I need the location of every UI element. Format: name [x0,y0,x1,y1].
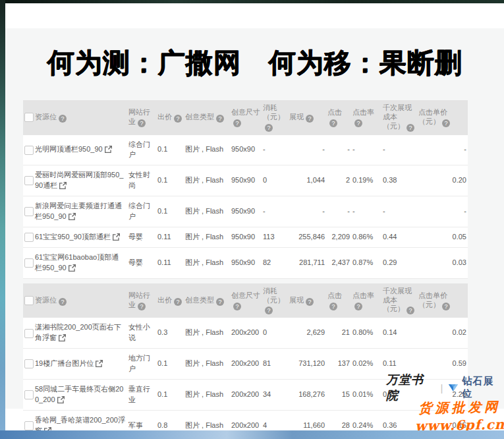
help-icon[interactable]: ? [354,119,362,127]
row-checkbox[interactable] [24,233,34,242]
cell-cost: - [262,135,288,165]
help-icon[interactable]: ? [306,298,314,306]
value-ctr: 0.01% [352,390,373,398]
external-link-icon[interactable] [69,264,76,272]
value-cpc: 0.03 [453,258,466,266]
cell-cpc: - [417,135,468,165]
value-ctype: 图片 , Flash [185,145,223,153]
help-icon[interactable]: ? [59,115,67,123]
page-title: 何为测：广撒网 何为移：果断删 [5,47,504,79]
table-row: 潇湘书院200_200页面右下角浮窗女性小说0.3图片 , Flash200x2… [23,318,468,348]
row-checkbox[interactable] [24,176,34,185]
value-cpm: 0.14 [383,328,397,336]
cell-cpc: 0.02 [417,318,468,348]
value-ctr: 0.19% [352,176,373,184]
column-label: 资源位 [35,296,57,304]
help-icon[interactable]: ? [354,303,362,310]
value-industry: 母婴 [128,233,143,241]
value-ctr: 0.02% [352,359,373,367]
external-link-icon[interactable] [105,145,112,153]
help-icon[interactable]: ? [306,115,314,123]
resource-name-cell: 光明网顶通栏950_90 [34,135,127,165]
help-icon[interactable]: ? [406,307,414,314]
row-checkbox[interactable] [24,258,34,268]
value-clicks: 15 [342,390,350,398]
cell-ctype: 图片 , Flash [184,349,230,380]
value-size: 950x90 [231,176,255,184]
value-cost: 4 [263,421,267,429]
cell-industry: 综合门户 [127,135,156,165]
external-link-icon[interactable] [59,334,66,341]
cell-size: 950x90 [230,196,262,227]
row-checkbox-cell [23,380,34,411]
external-link-icon[interactable] [113,233,120,241]
help-icon[interactable]: ? [442,303,450,310]
help-icon[interactable]: ? [59,298,67,306]
cell-cost: 82 [262,248,288,279]
value-industry: 综合门户 [128,202,150,220]
help-icon[interactable]: ? [138,303,146,310]
help-icon[interactable]: ? [265,124,273,132]
value-bid: 0.1 [157,359,167,367]
column-label: 点击 [327,108,342,116]
column-header: 展现? [288,283,326,318]
help-icon[interactable]: ? [216,298,224,306]
external-link-icon[interactable] [59,181,67,189]
value-ctype: 图片 , Flash [185,328,223,336]
select-all-checkbox[interactable] [24,113,34,122]
row-checkbox[interactable] [24,390,34,399]
cell-industry: 女性小说 [127,318,156,348]
row-checkbox[interactable] [24,207,34,216]
cell-industry: 母婴 [127,248,156,279]
help-icon[interactable]: ? [265,307,273,314]
row-checkbox-cell [23,318,34,348]
value-size: 950x90 [231,258,255,266]
column-header: 千次展现成本（元）? [381,100,417,135]
external-link-icon[interactable] [57,395,65,403]
help-icon[interactable]: ? [174,298,182,306]
value-impr: - [322,207,325,215]
help-icon[interactable]: ? [329,303,337,310]
row-checkbox-cell [23,227,34,248]
value-ctr: 0.80% [352,328,373,336]
value-bid: 0.3 [157,328,167,336]
help-icon[interactable]: ? [233,303,241,310]
row-checkbox[interactable] [24,421,34,430]
product-name: 钻石展位 [462,375,504,400]
help-icon[interactable]: ? [406,124,414,132]
value-cost: 81 [263,359,271,367]
row-checkbox[interactable] [24,329,34,338]
value-ctype: 图片 , Flash [185,207,223,215]
resource-name-cell: 新浪网爱问主要频道打通通栏950_90 [34,196,127,227]
help-icon[interactable]: ? [138,119,146,127]
value-size: 950x90 [231,233,255,241]
column-label: 展现 [289,113,304,121]
value-ctr: 0.86% [352,233,373,241]
help-icon[interactable]: ? [216,115,224,123]
watermark-line1: 货源批发网 [414,398,504,417]
value-ctr: 0.87% [352,258,373,266]
external-link-icon[interactable] [69,212,76,220]
cell-size: 200x200 [230,380,262,411]
value-cpm: - [383,145,385,153]
value-impr: 2,629 [306,328,325,336]
help-icon[interactable]: ? [442,119,450,127]
help-icon[interactable]: ? [329,119,337,127]
cell-ctr: 0.19% [351,165,381,196]
cell-impr: 2,629 [288,318,326,348]
value-cost: 82 [263,258,271,266]
column-header: 创意尺寸? [230,283,262,318]
row-checkbox[interactable] [24,146,34,155]
cell-ctr: 0.01% [351,380,381,411]
help-icon[interactable]: ? [233,119,241,127]
desktop-wallpaper-left [0,0,5,439]
value-bid: 0.1 [157,145,167,153]
external-link-icon[interactable] [96,359,103,367]
column-header: 创意类型? [184,100,230,135]
help-icon[interactable]: ? [174,115,182,123]
row-checkbox[interactable] [24,359,34,368]
cell-ctr: - [351,196,381,227]
cell-cost: 81 [262,349,288,380]
select-all-checkbox[interactable] [24,296,34,305]
value-ctr: - [352,207,355,215]
